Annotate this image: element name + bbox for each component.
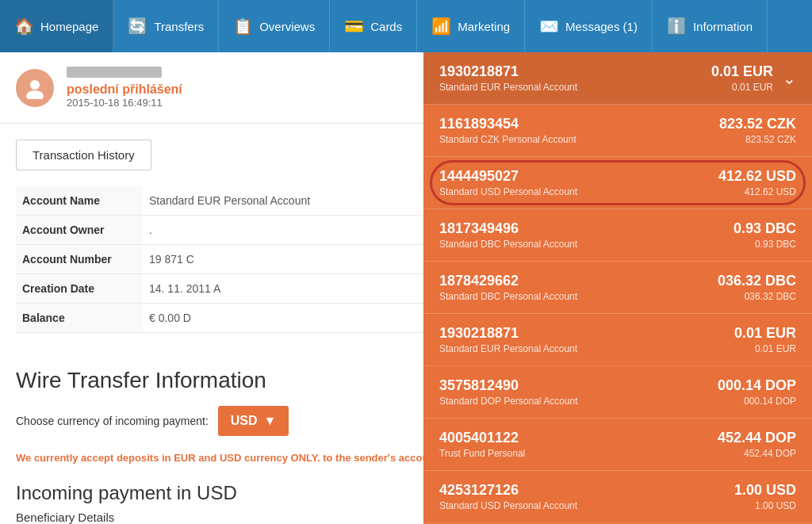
currency-value: USD	[231, 414, 258, 428]
account-item[interactable]: 4253127126 Standard USD Personal Account…	[423, 471, 812, 523]
transfers-icon: 🔄	[128, 18, 147, 34]
accounts-dropdown: 1930218871 Standard EUR Personal Account…	[423, 52, 812, 524]
account-balance-sub: 1.00 USD	[734, 500, 796, 511]
account-item[interactable]: 1930218871 Standard EUR Personal Account…	[423, 314, 812, 366]
nav-marketing-label: Marketing	[458, 20, 510, 33]
account-type: Standard DOP Personal Account	[439, 396, 578, 407]
nav-messages[interactable]: ✉️ Messages (1)	[525, 0, 653, 52]
account-type: Standard CZK Personal Account	[439, 134, 576, 145]
nav-messages-label: Messages (1)	[565, 20, 638, 33]
currency-chevron-icon: ▼	[264, 414, 277, 428]
account-balance-sub: 0.01 EUR	[734, 343, 796, 354]
row-label: Account Owner	[16, 216, 143, 245]
account-left: 1444495027 Standard USD Personal Account	[439, 168, 577, 197]
nav-homepage[interactable]: 🏠 Homepage	[0, 0, 113, 52]
login-date: 2015-10-18 16:49:11	[67, 97, 182, 109]
svg-point-1	[26, 90, 44, 99]
account-number: 1444495027	[439, 168, 577, 185]
currency-label: Choose currency of incoming payment:	[16, 415, 209, 427]
account-left: 1930218871 Standard EUR Personal Account	[439, 63, 577, 93]
user-name-bar	[67, 67, 162, 78]
account-left: 4253127126 Standard USD Personal Account	[439, 482, 577, 511]
account-right: 823.52 CZK 823.52 CZK	[719, 116, 796, 145]
account-balance-sub: 823.52 CZK	[719, 134, 796, 145]
account-type: Standard DBC Personal Account	[439, 291, 577, 302]
row-label: Balance	[16, 304, 143, 333]
account-number: 4005401122	[439, 430, 525, 446]
svg-point-0	[30, 80, 40, 90]
account-number: 3575812490	[439, 377, 578, 394]
transaction-history-button[interactable]: Transaction History	[16, 140, 151, 170]
nav-overviews[interactable]: 📋 Overviews	[219, 0, 330, 52]
cards-icon: 💳	[344, 18, 364, 34]
account-type: Trust Fund Personal	[439, 448, 525, 459]
login-label: poslední přihlášení	[67, 82, 182, 97]
account-left: 3575812490 Standard DOP Personal Account	[439, 377, 578, 407]
row-label: Account Name	[16, 186, 143, 216]
account-right: 000.14 DOP 000.14 DOP	[718, 377, 796, 407]
information-icon: ℹ️	[667, 18, 687, 34]
account-number: 4253127126	[439, 482, 577, 499]
account-right: 0.01 EUR 0.01 EUR	[711, 63, 773, 93]
account-balance: 412.62 USD	[718, 168, 796, 185]
account-right: 0.01 EUR 0.01 EUR	[734, 325, 796, 354]
nav-transfers-label: Transfers	[154, 20, 204, 33]
account-balance-sub: 036.32 DBC	[718, 291, 796, 302]
account-item[interactable]: 1878429662 Standard DBC Personal Account…	[423, 262, 812, 314]
nav-overviews-label: Overviews	[259, 20, 315, 33]
row-label: Account Number	[16, 245, 143, 274]
account-balance: 036.32 DBC	[718, 273, 796, 289]
account-balance: 823.52 CZK	[719, 116, 796, 132]
row-label: Creation Date	[16, 274, 143, 304]
account-type: Standard USD Personal Account	[439, 500, 577, 511]
account-right: 0.93 DBC 0.93 DBC	[733, 220, 796, 250]
account-right: 412.62 USD 412.62 USD	[718, 168, 796, 197]
nav-transfers[interactable]: 🔄 Transfers	[113, 0, 219, 52]
account-item[interactable]: 1817349496 Standard DBC Personal Account…	[423, 209, 812, 262]
account-item[interactable]: 1930218871 Standard EUR Personal Account…	[423, 52, 812, 105]
account-balance-sub: 0.93 DBC	[733, 239, 796, 250]
home-icon: 🏠	[14, 18, 34, 34]
account-number: 1930218871	[439, 325, 577, 342]
account-number: 1161893454	[439, 116, 576, 132]
account-number: 1878429662	[439, 273, 577, 289]
account-item[interactable]: 4005401122 Trust Fund Personal 452.44 DO…	[423, 419, 812, 471]
account-balance: 0.01 EUR	[711, 63, 773, 80]
account-balance-sub: 000.14 DOP	[718, 396, 796, 407]
account-left: 1930218871 Standard EUR Personal Account	[439, 325, 577, 354]
messages-icon: ✉️	[539, 18, 559, 34]
avatar	[16, 69, 54, 107]
marketing-icon: 📶	[431, 18, 451, 34]
account-left: 4005401122 Trust Fund Personal	[439, 430, 525, 459]
account-type: Standard USD Personal Account	[439, 186, 577, 197]
nav-cards[interactable]: 💳 Cards	[330, 0, 417, 52]
user-info: poslední přihlášení 2015-10-18 16:49:11	[67, 67, 182, 109]
account-balance-sub: 452.44 DOP	[718, 448, 796, 459]
nav-information-label: Information	[693, 20, 753, 33]
nav-information[interactable]: ℹ️ Information	[653, 0, 768, 52]
nav-homepage-label: Homepage	[40, 20, 98, 33]
account-number: 1817349496	[439, 220, 577, 237]
account-type: Standard DBC Personal Account	[439, 239, 577, 250]
account-right: 036.32 DBC 036.32 DBC	[718, 273, 796, 302]
account-right: 452.44 DOP 452.44 DOP	[718, 430, 796, 459]
account-item[interactable]: 3575812490 Standard DOP Personal Account…	[423, 366, 812, 419]
account-type: Standard EUR Personal Account	[439, 343, 577, 354]
account-balance-sub: 0.01 EUR	[711, 82, 773, 93]
nav-marketing[interactable]: 📶 Marketing	[417, 0, 525, 52]
account-left: 1161893454 Standard CZK Personal Account	[439, 116, 576, 145]
nav-cards-label: Cards	[370, 20, 402, 33]
account-item[interactable]: 1444495027 Standard USD Personal Account…	[423, 157, 812, 209]
account-balance: 0.01 EUR	[734, 325, 796, 342]
chevron-down-icon: ⌄	[783, 69, 796, 88]
account-balance: 1.00 USD	[734, 482, 796, 499]
account-left: 1878429662 Standard DBC Personal Account	[439, 273, 577, 302]
account-balance-sub: 412.62 USD	[718, 186, 796, 197]
account-right: 1.00 USD 1.00 USD	[734, 482, 796, 511]
account-number: 1930218871	[439, 63, 577, 80]
account-item[interactable]: 1161893454 Standard CZK Personal Account…	[423, 105, 812, 157]
currency-select[interactable]: USD ▼	[218, 406, 289, 436]
main-content: poslední přihlášení 2015-10-18 16:49:11 …	[0, 52, 812, 524]
account-type: Standard EUR Personal Account	[439, 82, 577, 93]
account-balance: 0.93 DBC	[733, 220, 796, 237]
